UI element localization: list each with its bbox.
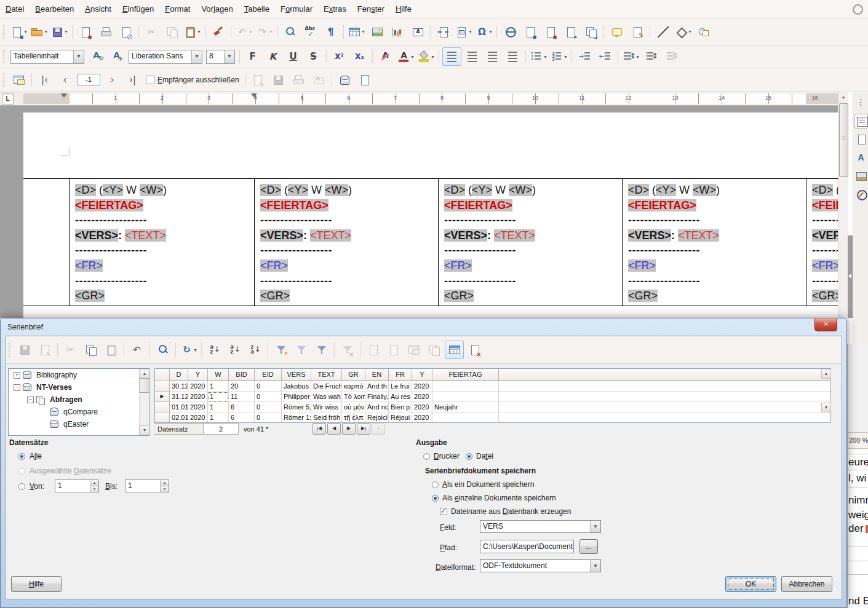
from-to-radio[interactable] (18, 483, 25, 490)
table-cell[interactable]: 2020 (188, 413, 208, 423)
mail-merge-wizard-button[interactable] (9, 71, 28, 89)
ok-button[interactable]: OK (725, 576, 776, 592)
toolbar-grip[interactable] (2, 50, 6, 63)
sidebar-navigator-icon[interactable] (854, 188, 868, 202)
table-cell[interactable]: Le frui (389, 381, 412, 392)
first-mm-record-button[interactable]: |‹ (35, 71, 54, 89)
italic-button[interactable]: K (263, 47, 282, 66)
table-cell[interactable]: Bien p (389, 402, 412, 413)
tree-item-bibliography[interactable]: +Bibliography (9, 369, 149, 381)
refresh-dropdown[interactable]: ▾ (194, 347, 196, 353)
table-cell[interactable] (432, 381, 499, 392)
mail-merge-table[interactable]: <D> (<Y> W <W>)<FEIERTAG>---------------… (23, 178, 838, 306)
tree-scrollbar[interactable]: ▲ ▼ (139, 369, 149, 435)
all-records-radio[interactable] (18, 453, 25, 460)
numbered-list-dropdown[interactable]: ▾ (564, 54, 567, 60)
insert-footnote-button[interactable]: ▪ (520, 23, 540, 41)
table-cell[interactable]: 20 (229, 381, 255, 392)
column-header-y[interactable]: Y (412, 369, 432, 381)
new-style-button[interactable]: A (107, 47, 126, 66)
collapse-icon[interactable]: − (14, 384, 20, 391)
table-cell[interactable]: οὐ μόν (342, 402, 365, 413)
formatting-marks-button[interactable]: ¶ (321, 23, 340, 41)
document-page[interactable]: <D> (<Y> W <W>)<FEIERTAG>---------------… (23, 113, 838, 318)
scroll-up-arrow-icon[interactable]: ▲ (839, 92, 848, 101)
close-data-source-button[interactable]: × (465, 341, 484, 359)
table-cell[interactable]: Philipper (282, 392, 311, 402)
table-cell[interactable]: Neujahr (432, 402, 499, 413)
basic-shapes-button[interactable]: ▾ (674, 23, 693, 41)
increase-indent-button[interactable] (575, 47, 594, 66)
record-number-field[interactable]: 2 (204, 423, 239, 435)
filename-from-database-checkbox[interactable] (440, 508, 447, 515)
sidebar-page-icon[interactable] (854, 132, 868, 147)
document-canvas[interactable]: <D> (<Y> W <W>)<FEIERTAG>---------------… (0, 106, 838, 318)
table-cell[interactable]: 2020 (188, 381, 208, 392)
data-sources-button[interactable] (335, 71, 354, 89)
menu-formular[interactable]: Formular (275, 1, 318, 18)
hyperlink-button[interactable] (500, 23, 519, 41)
refresh-button[interactable]: ↻▾ (179, 341, 198, 359)
sidebar-hide-handle[interactable] (848, 235, 853, 318)
sidebar-styles-icon[interactable]: A (854, 151, 868, 165)
table-cell[interactable]: 0 (255, 392, 282, 402)
tab-stop-selector[interactable]: L (2, 93, 14, 105)
table-cell[interactable]: Wir wiss (311, 402, 342, 413)
apply-filter-button[interactable] (292, 341, 311, 359)
table-cell[interactable]: 30.12 (170, 381, 188, 392)
cancel-button[interactable]: Abbrechen (781, 576, 832, 592)
insert-field-button[interactable]: ▾ (454, 23, 473, 41)
track-changes-button[interactable] (627, 23, 647, 41)
font-size-combo[interactable]: 8▼ (206, 50, 235, 64)
font-color-button[interactable]: A▾ (396, 47, 415, 66)
table-cell[interactable]: καρπό (342, 381, 365, 392)
save-dropdown[interactable]: ▾ (65, 29, 67, 34)
save-button[interactable]: ▾ (50, 23, 69, 41)
table-cell[interactable] (432, 413, 499, 423)
table-cell[interactable]: Was wah (311, 392, 342, 402)
sidebar-properties-icon[interactable] (854, 114, 868, 128)
explorer-on-off-button[interactable] (445, 341, 464, 359)
open-dropdown[interactable]: ▾ (44, 29, 47, 34)
path-input[interactable]: C:\Users\Kasper\Documents (480, 540, 574, 553)
blank-page-button[interactable] (356, 71, 375, 89)
align-right-button[interactable] (483, 47, 502, 66)
column-header-gr[interactable]: GR (342, 369, 365, 381)
menu-format[interactable]: Format (159, 1, 196, 18)
column-header-text[interactable]: TEXT (311, 369, 342, 381)
tab-marker[interactable] (251, 93, 257, 98)
table-cell[interactable]: <D> (<Y> W <W>)<FEIERTAG>---------------… (254, 179, 438, 306)
insert-image-button[interactable] (367, 23, 386, 41)
increase-paragraph-spacing-button[interactable] (642, 47, 661, 66)
table-cell[interactable]: 11 (229, 392, 255, 402)
column-header-vers[interactable]: VERS (282, 369, 311, 381)
scroll-up-arrow-icon[interactable]: ▲ (821, 369, 831, 379)
sort-descending-button[interactable] (245, 341, 265, 359)
toolbar-grip[interactable] (2, 73, 6, 87)
find-record-button[interactable] (153, 341, 172, 359)
align-justified-button[interactable] (503, 47, 522, 66)
align-left-button[interactable] (442, 47, 461, 66)
field-combo[interactable]: VERS ▼ (480, 520, 601, 533)
column-header-bid[interactable]: BID (229, 369, 255, 381)
sort-button[interactable] (205, 341, 224, 359)
print-button[interactable] (96, 23, 115, 41)
table-cell[interactable]: 2020 (188, 392, 208, 402)
exclude-recipient-checkbox[interactable]: Empfänger ausschließen (146, 76, 239, 84)
paste-button[interactable]: ▾ (183, 23, 202, 41)
column-header-en[interactable]: EN (365, 369, 389, 381)
find-replace-button[interactable] (281, 23, 300, 41)
table-cell[interactable]: And nc (365, 402, 389, 413)
insert-cross-reference-button[interactable]: ▪ (581, 23, 600, 41)
vertical-scrollbar[interactable]: ▲ (838, 92, 848, 318)
table-cell[interactable] (432, 392, 499, 402)
sidebar-menu-icon[interactable]: ⋮ (854, 95, 868, 110)
next-record-button[interactable]: ▶ (342, 423, 356, 435)
table-cell[interactable]: 0 (255, 413, 282, 423)
highlight-color-button[interactable]: ▾ (416, 47, 436, 66)
column-header-w[interactable]: W (208, 369, 229, 381)
tree-item-nt-verses[interactable]: −NT-Verses (9, 381, 149, 393)
table-cell[interactable]: Au res (389, 392, 412, 402)
printer-radio[interactable] (423, 453, 430, 460)
table-cell[interactable]: 2020 (412, 413, 432, 423)
